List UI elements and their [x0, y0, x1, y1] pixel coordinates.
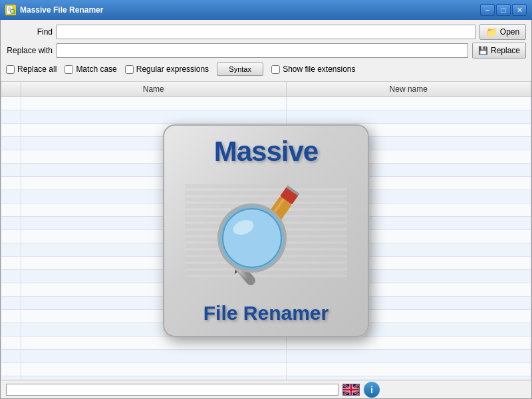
table-row: [1, 269, 531, 283]
col-checkbox: [1, 82, 21, 96]
language-flag-button[interactable]: [342, 384, 360, 396]
replace-all-label: Replace all: [17, 65, 57, 74]
status-input[interactable]: [6, 384, 338, 396]
files-table: Name New name: [1, 82, 531, 380]
replace-with-label: Replace with: [6, 46, 53, 55]
table-row: [1, 190, 531, 203]
match-case-checkbox-label[interactable]: Match case: [65, 65, 116, 74]
status-bar: i: [1, 380, 531, 398]
replace-all-checkbox[interactable]: [6, 65, 15, 74]
match-case-checkbox[interactable]: [65, 65, 73, 74]
table-row: [1, 110, 531, 123]
minimize-button[interactable]: −: [480, 4, 495, 16]
app-icon: [5, 5, 16, 15]
folder-icon: 📁: [486, 27, 497, 37]
table-header-row: Name New name: [1, 82, 531, 96]
show-extensions-label: Show file extensions: [283, 65, 355, 74]
table-row: [1, 376, 531, 380]
table-row: [1, 229, 531, 243]
window-controls: − □ ✕: [480, 4, 527, 16]
table-row: [1, 176, 531, 190]
regex-checkbox-label[interactable]: Regular expressions: [125, 65, 209, 74]
replace-with-input[interactable]: [57, 43, 468, 58]
table-row: [1, 150, 531, 163]
regex-checkbox[interactable]: [125, 65, 134, 74]
toolbar: Find 📁 Open Replace with 💾 Replace Repla…: [1, 20, 531, 81]
window-title: Massive File Renamer: [20, 5, 480, 15]
table-row: [1, 323, 531, 336]
match-case-label: Match case: [76, 65, 116, 74]
maximize-button[interactable]: □: [496, 4, 511, 16]
file-table[interactable]: Name New name: [1, 81, 531, 380]
replace-icon: 💾: [478, 46, 488, 55]
replace-all-checkbox-label[interactable]: Replace all: [6, 65, 57, 74]
open-button[interactable]: 📁 Open: [479, 24, 526, 40]
table-row: [1, 296, 531, 309]
find-input[interactable]: [57, 25, 475, 39]
table-wrapper: Name New name: [1, 81, 531, 380]
show-extensions-checkbox-label[interactable]: Show file extensions: [271, 65, 355, 74]
table-row: [1, 96, 531, 110]
table-row: [1, 136, 531, 150]
info-button[interactable]: i: [364, 382, 380, 398]
table-row: [1, 362, 531, 376]
options-row: Replace all Match case Regular expressio…: [6, 61, 526, 78]
svg-line-5: [14, 13, 15, 14]
table-row: [1, 203, 531, 216]
replace-button[interactable]: 💾 Replace: [472, 43, 526, 59]
table-row: [1, 216, 531, 229]
table-row: [1, 336, 531, 349]
replace-with-row: Replace with 💾 Replace: [6, 43, 526, 59]
window-body: Find 📁 Open Replace with 💾 Replace Repla…: [0, 20, 532, 399]
table-row: [1, 163, 531, 176]
find-row: Find 📁 Open: [6, 24, 526, 40]
regex-label: Regular expressions: [136, 65, 209, 74]
syntax-button[interactable]: Syntax: [217, 63, 263, 76]
table-row: [1, 243, 531, 256]
col-name: Name: [21, 82, 287, 96]
table-row: [1, 256, 531, 269]
table-row: [1, 309, 531, 323]
close-button[interactable]: ✕: [512, 4, 527, 16]
table-row: [1, 349, 531, 362]
show-extensions-checkbox[interactable]: [271, 65, 280, 74]
table-row: [1, 123, 531, 136]
col-new-name: New name: [286, 82, 531, 96]
find-label: Find: [6, 27, 53, 37]
title-bar: Massive File Renamer − □ ✕: [0, 0, 532, 20]
table-row: [1, 283, 531, 296]
